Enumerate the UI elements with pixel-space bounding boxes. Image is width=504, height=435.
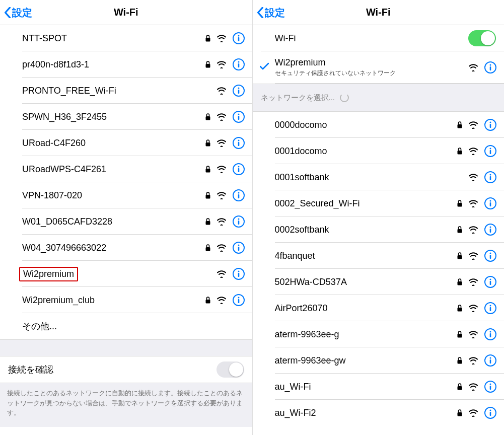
info-icon[interactable] — [232, 58, 245, 71]
network-row[interactable]: Wi2premium — [0, 261, 252, 287]
network-row[interactable]: 4fbanquet — [253, 243, 505, 269]
lock-icon — [205, 191, 211, 199]
svg-rect-14 — [238, 116, 239, 120]
wifi-toggle[interactable] — [468, 30, 496, 46]
svg-rect-18 — [238, 142, 239, 146]
network-name: 502HWa-CD537A — [275, 277, 457, 287]
svg-point-2 — [238, 35, 239, 37]
info-icon[interactable] — [484, 118, 497, 131]
info-icon[interactable] — [484, 61, 497, 74]
network-row[interactable]: W01_D065CAFD3228 — [0, 208, 252, 235]
info-icon[interactable] — [484, 328, 497, 341]
info-icon[interactable] — [232, 32, 245, 45]
wifi-icon — [217, 244, 227, 252]
connected-network-name: Wi2premium — [275, 57, 469, 68]
lock-icon — [457, 383, 463, 391]
wifi-icon — [468, 173, 478, 181]
network-row[interactable]: 0002softbank — [253, 216, 505, 243]
svg-rect-88 — [458, 412, 462, 416]
svg-rect-30 — [238, 221, 239, 225]
page-title: Wi-Fi — [366, 7, 391, 18]
info-icon[interactable] — [232, 215, 245, 228]
info-icon[interactable] — [232, 136, 245, 150]
info-icon[interactable] — [484, 249, 497, 262]
svg-point-33 — [238, 245, 239, 246]
info-icon[interactable] — [484, 380, 497, 393]
network-name: W04_307496663022 — [22, 243, 205, 253]
svg-rect-68 — [458, 281, 462, 285]
svg-rect-38 — [205, 300, 210, 304]
svg-point-29 — [238, 219, 239, 220]
network-row[interactable]: 0002_Secured_Wi-Fi — [253, 190, 505, 216]
info-icon[interactable] — [232, 84, 245, 97]
info-icon[interactable] — [232, 110, 245, 123]
network-name: aterm-9963ee-gw — [275, 355, 457, 366]
network-row[interactable]: NTT-SPOT — [0, 25, 252, 51]
network-row[interactable]: aterm-9963ee-gw — [253, 347, 505, 374]
wifi-icon — [468, 409, 478, 417]
wifi-icon — [468, 226, 478, 234]
wifi-icon — [217, 113, 227, 121]
lock-icon — [457, 199, 463, 207]
info-icon[interactable] — [484, 406, 497, 419]
lock-icon — [205, 34, 211, 42]
info-icon[interactable] — [484, 171, 497, 184]
right-panel: 設定 Wi-Fi Wi-Fi Wi2premium セキュリティ保護されていない… — [252, 0, 505, 435]
network-row[interactable]: VPN-1807-020 — [0, 182, 252, 208]
info-icon[interactable] — [484, 197, 497, 210]
network-row[interactable]: SPWN_H36_3F2455 — [0, 104, 252, 130]
network-name: 0001softbank — [275, 172, 469, 183]
svg-rect-4 — [205, 64, 210, 68]
lock-icon — [457, 147, 463, 155]
ask-to-join-row[interactable]: 接続を確認 — [0, 356, 252, 383]
info-icon[interactable] — [484, 354, 497, 367]
network-row[interactable]: URoadWPS-C4F261 — [0, 156, 252, 182]
left-panel: 設定 Wi-Fi NTT-SPOTpr400n-d8f1d3-1PRONTO_F… — [0, 0, 252, 435]
ask-to-join-toggle[interactable] — [217, 361, 244, 378]
network-row[interactable]: Wi2premium_club — [0, 287, 252, 313]
back-button[interactable]: 設定 — [4, 0, 32, 25]
info-icon[interactable] — [484, 223, 497, 236]
svg-rect-41 — [238, 299, 239, 303]
network-row[interactable]: au_Wi-Fi2 — [253, 400, 505, 426]
svg-rect-79 — [490, 333, 491, 337]
svg-rect-84 — [458, 386, 462, 390]
chevron-left-icon — [4, 7, 11, 18]
info-icon[interactable] — [484, 302, 497, 315]
wifi-icon — [217, 139, 227, 147]
svg-rect-7 — [238, 63, 239, 67]
svg-point-90 — [490, 410, 491, 411]
wifi-toggle-row[interactable]: Wi-Fi — [253, 25, 505, 51]
network-name: au_Wi-Fi2 — [275, 408, 457, 418]
ask-to-join-label: 接続を確認 — [8, 364, 217, 376]
network-name: 0000docomo — [275, 120, 457, 130]
network-row[interactable]: 0001docomo — [253, 138, 505, 164]
svg-rect-80 — [458, 360, 462, 364]
info-icon[interactable] — [484, 275, 497, 288]
info-icon[interactable] — [232, 163, 245, 176]
network-row[interactable]: AirPort26070 — [253, 295, 505, 321]
info-icon[interactable] — [232, 241, 245, 254]
network-row[interactable]: その他... — [0, 313, 252, 339]
network-row[interactable]: W04_307496663022 — [0, 235, 252, 261]
info-icon[interactable] — [232, 189, 245, 202]
network-row[interactable]: au_Wi-Fi — [253, 374, 505, 400]
network-row[interactable]: pr400n-d8f1d3-1 — [0, 51, 252, 78]
wifi-icon — [217, 87, 227, 95]
svg-rect-55 — [490, 176, 491, 180]
network-row[interactable]: aterm-9963ee-g — [253, 321, 505, 347]
info-icon[interactable] — [484, 144, 497, 158]
wifi-icon — [468, 199, 478, 207]
network-row[interactable]: URoad-C4F260 — [0, 130, 252, 156]
back-button[interactable]: 設定 — [257, 0, 285, 25]
info-icon[interactable] — [232, 294, 245, 307]
svg-rect-72 — [458, 308, 462, 312]
network-row[interactable]: PRONTO_FREE_Wi-Fi — [0, 78, 252, 104]
network-row[interactable]: 0000docomo — [253, 112, 505, 138]
info-icon[interactable] — [232, 267, 245, 280]
network-row[interactable]: 0001softbank — [253, 164, 505, 190]
connected-network-row[interactable]: Wi2premium セキュリティ保護されていないネットワーク — [253, 51, 505, 84]
network-row[interactable]: 502HWa-CD537A — [253, 269, 505, 295]
svg-point-58 — [490, 200, 491, 202]
chevron-left-icon — [257, 7, 264, 18]
